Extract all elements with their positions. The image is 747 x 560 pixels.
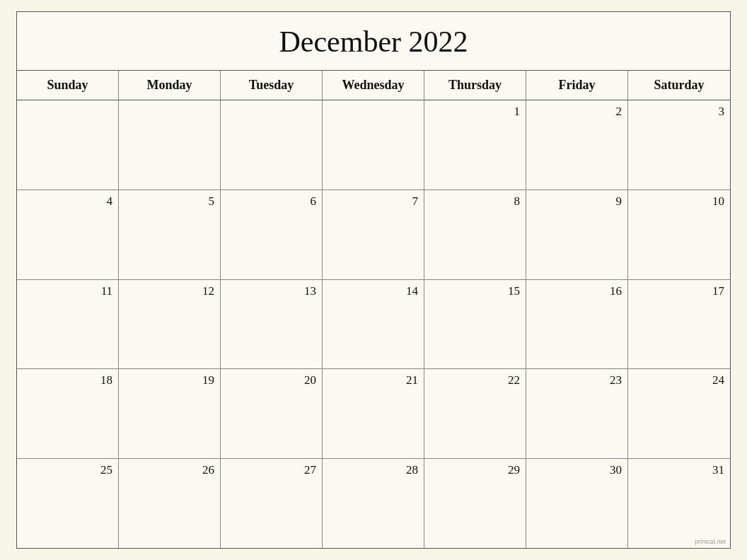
day-number: 24 — [712, 373, 724, 387]
day-cell: 7 — [323, 190, 424, 279]
day-cell: 18 — [17, 369, 119, 458]
day-number: 5 — [209, 194, 215, 208]
day-cell: 19 — [119, 369, 221, 458]
day-cell: 2 — [526, 100, 628, 189]
day-number: 1 — [514, 105, 521, 118]
day-cell: 9 — [526, 190, 628, 279]
day-cell: 22 — [424, 369, 526, 458]
day-header-tuesday: Tuesday — [221, 71, 323, 100]
day-number: 19 — [202, 373, 214, 387]
day-number: 27 — [304, 463, 316, 477]
day-number: 6 — [311, 194, 317, 208]
day-number: 30 — [610, 463, 622, 477]
day-cell: 14 — [323, 280, 424, 369]
day-number: 14 — [406, 284, 418, 298]
day-cell — [221, 100, 323, 189]
week-row-5: 25262728293031printcal.net — [17, 459, 730, 548]
day-cell: 17 — [628, 280, 730, 369]
day-cell: 26 — [119, 459, 221, 548]
day-header-wednesday: Wednesday — [323, 71, 424, 100]
day-number: 11 — [101, 284, 112, 298]
day-headers-row: SundayMondayTuesdayWednesdayThursdayFrid… — [17, 71, 730, 100]
day-cell: 21 — [323, 369, 424, 458]
day-number: 21 — [406, 373, 418, 387]
day-cell: 24 — [628, 369, 730, 458]
day-cell: 12 — [119, 280, 221, 369]
day-header-thursday: Thursday — [424, 71, 526, 100]
day-cell: 31printcal.net — [628, 459, 730, 548]
day-cell: 13 — [221, 280, 323, 369]
day-cell: 15 — [424, 280, 526, 369]
day-header-sunday: Sunday — [17, 71, 119, 100]
day-number: 23 — [610, 373, 622, 387]
day-number: 26 — [202, 463, 214, 477]
day-cell: 11 — [17, 280, 119, 369]
day-cell: 29 — [424, 459, 526, 548]
calendar-container: December 2022 SundayMondayTuesdayWednesd… — [16, 11, 731, 549]
day-number: 7 — [412, 194, 419, 208]
day-cell: 10 — [628, 190, 730, 279]
day-number: 2 — [616, 105, 622, 118]
day-header-monday: Monday — [119, 71, 221, 100]
week-row-1: 123 — [17, 100, 730, 190]
day-cell: 28 — [323, 459, 424, 548]
day-cell: 5 — [119, 190, 221, 279]
day-cell: 8 — [424, 190, 526, 279]
day-cell: 4 — [17, 190, 119, 279]
day-number: 25 — [100, 463, 112, 477]
day-number: 22 — [508, 373, 520, 387]
day-cell: 20 — [221, 369, 323, 458]
day-cell — [323, 100, 424, 189]
watermark: printcal.net — [695, 538, 726, 545]
day-number: 13 — [304, 284, 316, 298]
day-cell: 1 — [424, 100, 526, 189]
day-number: 8 — [514, 194, 521, 208]
day-number: 28 — [406, 463, 418, 477]
day-number: 15 — [508, 284, 520, 298]
calendar-title: December 2022 — [17, 12, 730, 71]
day-number: 9 — [616, 194, 622, 208]
day-number: 3 — [719, 105, 725, 118]
day-cell — [17, 100, 119, 189]
day-header-friday: Friday — [526, 71, 628, 100]
day-number: 10 — [712, 194, 724, 208]
day-number: 29 — [508, 463, 520, 477]
day-number: 31 — [712, 463, 724, 477]
day-cell — [119, 100, 221, 189]
day-number: 17 — [712, 284, 724, 298]
week-row-2: 45678910 — [17, 190, 730, 280]
week-row-3: 11121314151617 — [17, 280, 730, 370]
day-number: 4 — [107, 194, 113, 208]
day-cell: 30 — [526, 459, 628, 548]
day-cell: 3 — [628, 100, 730, 189]
day-cell: 27 — [221, 459, 323, 548]
day-number: 20 — [304, 373, 316, 387]
weeks-container: 1234567891011121314151617181920212223242… — [17, 100, 730, 548]
day-cell: 23 — [526, 369, 628, 458]
calendar-grid: SundayMondayTuesdayWednesdayThursdayFrid… — [17, 71, 730, 548]
day-header-saturday: Saturday — [628, 71, 730, 100]
day-number: 12 — [202, 284, 214, 298]
day-cell: 6 — [221, 190, 323, 279]
day-cell: 16 — [526, 280, 628, 369]
day-number: 16 — [610, 284, 622, 298]
day-cell: 25 — [17, 459, 119, 548]
week-row-4: 18192021222324 — [17, 369, 730, 459]
day-number: 18 — [100, 373, 112, 387]
